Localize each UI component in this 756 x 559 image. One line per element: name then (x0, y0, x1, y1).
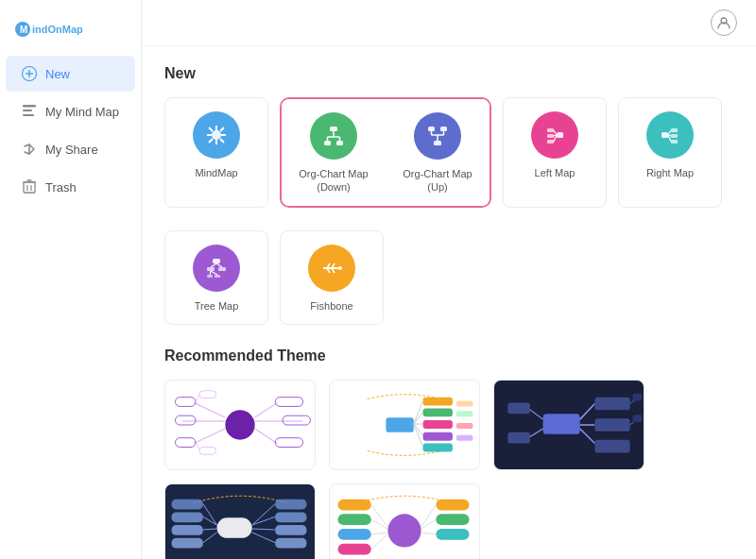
svg-line-112 (528, 429, 543, 438)
page-wrapper: New MindMa (142, 0, 756, 559)
svg-line-129 (252, 529, 275, 530)
svg-line-93 (414, 424, 423, 436)
svg-line-139 (371, 534, 388, 550)
tree-map-label: Tree Map (195, 299, 239, 313)
svg-rect-101 (594, 398, 629, 411)
svg-point-62 (338, 266, 342, 270)
svg-line-60 (211, 271, 217, 275)
svg-line-90 (414, 400, 423, 423)
theme-card-2[interactable] (329, 380, 480, 470)
svg-rect-69 (175, 398, 196, 407)
svg-line-42 (554, 130, 557, 135)
map-card-left-map[interactable]: Left Map (503, 97, 607, 208)
svg-line-68 (194, 402, 225, 417)
svg-rect-33 (440, 127, 447, 131)
sidebar-item-my-share[interactable]: My Share (6, 131, 135, 167)
svg-rect-86 (423, 408, 453, 416)
svg-rect-88 (423, 432, 453, 441)
sidebar-item-trash[interactable]: Trash (6, 169, 135, 205)
svg-line-100 (580, 403, 595, 419)
svg-line-136 (371, 504, 388, 527)
theme-section-title: Recommended Theme (164, 347, 733, 364)
right-map-label: Right Map (646, 166, 694, 179)
svg-rect-84 (386, 417, 413, 432)
svg-rect-107 (633, 394, 643, 401)
svg-rect-142 (436, 529, 469, 540)
svg-line-58 (216, 263, 222, 267)
svg-rect-109 (633, 415, 643, 422)
org-up-icon (414, 112, 461, 160)
theme-card-1[interactable] (164, 380, 316, 470)
new-section-title: New (164, 65, 733, 82)
svg-rect-41 (547, 140, 554, 144)
sidebar-item-trash-label: Trash (45, 180, 77, 195)
fishbone-label: Fishbone (310, 299, 352, 313)
svg-line-130 (252, 533, 275, 543)
svg-rect-98 (456, 435, 473, 441)
svg-rect-126 (275, 538, 306, 549)
svg-rect-113 (507, 432, 530, 444)
svg-rect-99 (543, 414, 580, 434)
user-avatar[interactable] (711, 9, 737, 36)
svg-rect-46 (671, 128, 678, 132)
svg-line-82 (196, 442, 199, 449)
map-card-mindmap[interactable]: MindMap (164, 97, 268, 208)
share-icon (21, 141, 38, 158)
svg-text:M: M (20, 25, 27, 35)
svg-rect-8 (23, 114, 34, 116)
svg-line-119 (203, 503, 217, 525)
svg-rect-71 (175, 415, 196, 425)
svg-rect-118 (172, 538, 203, 549)
svg-rect-7 (23, 110, 32, 111)
svg-rect-115 (172, 500, 203, 510)
map-card-org-down[interactable]: Org-Chart Map (Down) (282, 99, 386, 206)
svg-rect-38 (557, 132, 563, 138)
left-map-label: Left Map (535, 166, 576, 179)
svg-rect-117 (172, 525, 203, 535)
svg-line-22 (209, 139, 213, 143)
svg-rect-6 (23, 105, 36, 108)
theme-card-3[interactable] (493, 380, 644, 470)
svg-rect-54 (218, 267, 226, 271)
svg-rect-25 (324, 141, 331, 145)
svg-line-21 (220, 127, 224, 131)
theme-card-5[interactable] (329, 483, 480, 559)
theme-card-4[interactable] (164, 483, 316, 559)
sidebar-item-new[interactable]: New (6, 56, 135, 92)
svg-rect-133 (338, 514, 371, 525)
theme-grid (164, 380, 733, 559)
org-up-label: Org-Chart Map (Up) (393, 167, 482, 195)
svg-rect-124 (275, 512, 306, 522)
svg-rect-116 (172, 512, 203, 522)
logo: M indOnMap (0, 9, 141, 55)
sidebar-item-my-mind-map[interactable]: My Mind Map (6, 93, 135, 129)
svg-line-104 (580, 429, 595, 444)
main-content: New MindMa (142, 46, 756, 559)
map-card-tree-map[interactable]: Tree Map (164, 230, 268, 325)
svg-rect-31 (434, 141, 441, 145)
svg-line-143 (421, 504, 437, 527)
svg-rect-40 (547, 134, 554, 138)
trash-icon (21, 178, 38, 195)
svg-line-80 (196, 396, 199, 402)
svg-rect-77 (283, 415, 310, 425)
svg-line-57 (211, 263, 216, 267)
svg-rect-123 (275, 500, 306, 510)
svg-rect-53 (207, 267, 215, 271)
svg-rect-9 (24, 182, 35, 193)
svg-rect-89 (423, 443, 453, 451)
map-card-right-map[interactable]: Right Map (618, 97, 722, 208)
svg-rect-105 (594, 440, 629, 453)
tree-map-icon (193, 245, 240, 292)
map-card-org-up[interactable]: Org-Chart Map (Up) (386, 99, 490, 206)
map-card-fishbone[interactable]: Fishbone (280, 230, 384, 325)
svg-rect-111 (507, 402, 530, 414)
svg-line-110 (528, 408, 543, 419)
svg-line-127 (252, 503, 275, 525)
svg-rect-96 (456, 411, 473, 416)
svg-line-91 (414, 412, 423, 424)
svg-rect-52 (213, 259, 220, 263)
svg-rect-79 (275, 438, 302, 448)
mindmap-icon (193, 111, 240, 159)
svg-line-72 (194, 429, 225, 444)
